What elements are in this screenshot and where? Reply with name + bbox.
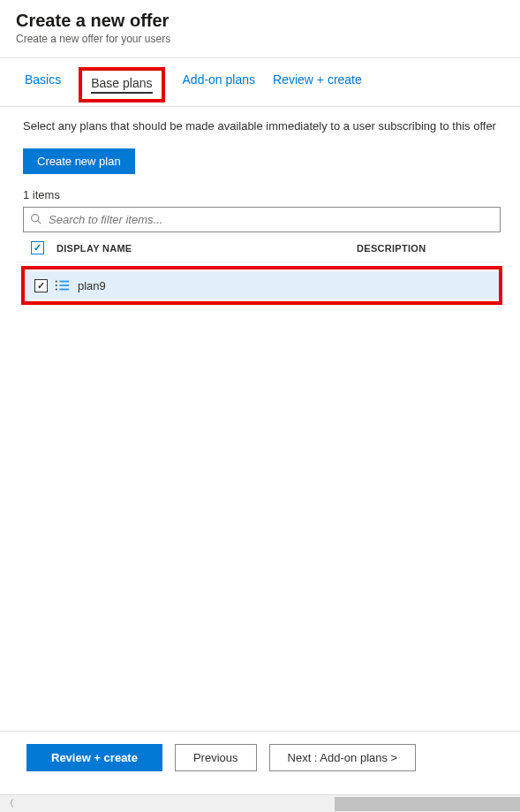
scroll-left-arrow-icon[interactable]: 〈 xyxy=(0,795,18,813)
page-title: Create a new offer xyxy=(16,11,504,31)
search-input[interactable] xyxy=(23,207,501,232)
table-header: ✓ DISPLAY NAME DESCRIPTION xyxy=(16,232,504,262)
plan-icon xyxy=(51,278,74,292)
svg-point-0 xyxy=(32,214,39,221)
column-header-display-name[interactable]: DISPLAY NAME xyxy=(48,243,357,254)
tab-bar: Basics Base plans Add-on plans Review + … xyxy=(0,58,520,107)
search-box xyxy=(23,207,501,232)
row-checkbox[interactable]: ✓ xyxy=(34,279,48,292)
horizontal-scrollbar[interactable]: 〈 xyxy=(0,794,520,812)
tab-base-plans[interactable]: Base plans xyxy=(79,67,164,102)
svg-line-1 xyxy=(38,220,41,223)
tab-basics[interactable]: Basics xyxy=(25,72,61,106)
next-button[interactable]: Next : Add-on plans > xyxy=(269,744,417,771)
scrollbar-thumb[interactable] xyxy=(335,797,520,811)
create-new-plan-button[interactable]: Create new plan xyxy=(23,148,135,174)
tab-base-plans-label: Base plans xyxy=(91,76,152,94)
item-count: 1 items xyxy=(16,188,504,201)
page-subtitle: Create a new offer for your users xyxy=(16,33,504,45)
column-header-description[interactable]: DESCRIPTION xyxy=(357,243,497,254)
selected-row-highlight: ✓ plan9 xyxy=(21,266,502,305)
previous-button[interactable]: Previous xyxy=(175,744,257,771)
instruction-text: Select any plans that should be made ava… xyxy=(16,119,504,133)
footer-actions: Review + create Previous Next : Add-on p… xyxy=(0,731,520,784)
tab-review-create[interactable]: Review + create xyxy=(273,72,362,106)
search-icon xyxy=(30,213,41,227)
select-all-checkbox[interactable]: ✓ xyxy=(31,241,44,254)
review-create-button[interactable]: Review + create xyxy=(26,744,162,771)
scrollbar-track[interactable] xyxy=(18,795,520,813)
tab-addon-plans[interactable]: Add-on plans xyxy=(183,72,256,106)
row-display-name: plan9 xyxy=(74,279,106,292)
table-row[interactable]: ✓ plan9 xyxy=(25,271,499,300)
page-header: Create a new offer Create a new offer fo… xyxy=(16,11,504,54)
